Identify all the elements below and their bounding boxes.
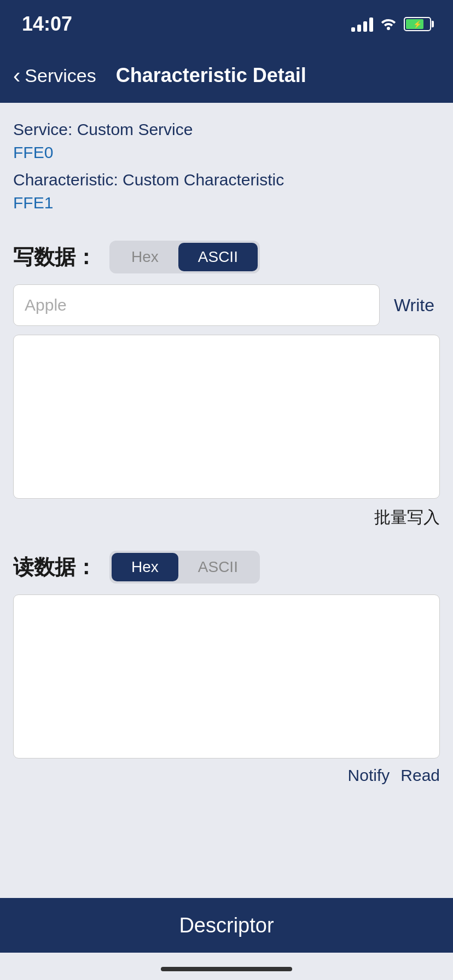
service-uuid: FFE0 <box>13 141 440 164</box>
back-label: Services <box>25 65 96 86</box>
home-indicator <box>161 967 292 971</box>
nav-bar: ‹ Services Characteristic Detail <box>0 48 453 103</box>
back-button[interactable]: ‹ Services <box>13 60 96 91</box>
status-icons: ⚡ <box>351 15 431 34</box>
status-bar: 14:07 ⚡ <box>0 0 453 48</box>
wifi-icon <box>380 15 397 34</box>
read-button[interactable]: Read <box>400 766 440 785</box>
service-info: Service: Custom Service FFE0 Characteris… <box>13 118 440 230</box>
battery-icon: ⚡ <box>404 17 431 31</box>
notify-read-row: Notify Read <box>13 766 440 796</box>
write-ascii-button[interactable]: ASCII <box>178 243 258 271</box>
write-section: 写数据： Hex ASCII Write 批量写入 <box>13 230 440 540</box>
back-arrow-icon: ‹ <box>13 65 20 86</box>
read-hex-button[interactable]: Hex <box>112 553 178 581</box>
write-button[interactable]: Write <box>388 295 440 316</box>
write-textarea[interactable] <box>13 335 440 499</box>
write-label: 写数据： <box>13 243 96 271</box>
write-hex-button[interactable]: Hex <box>112 243 178 271</box>
signal-icon <box>351 16 373 32</box>
read-label: 读数据： <box>13 553 96 581</box>
char-uuid: FFE1 <box>13 191 440 214</box>
write-toggle-group: Hex ASCII <box>109 241 260 273</box>
write-input-row: Write <box>13 284 440 326</box>
status-time: 14:07 <box>22 13 72 36</box>
descriptor-button[interactable]: Descriptor <box>0 898 453 953</box>
char-label: Characteristic: Custom Characteristic <box>13 168 440 191</box>
bulk-write-row: 批量写入 <box>13 506 440 540</box>
read-section: 读数据： Hex ASCII Notify Read <box>13 540 440 796</box>
read-toggle-group: Hex ASCII <box>109 551 260 584</box>
bulk-write-button[interactable]: 批量写入 <box>374 506 440 529</box>
service-label: Service: Custom Service <box>13 118 440 141</box>
write-section-header: 写数据： Hex ASCII <box>13 241 440 273</box>
notify-button[interactable]: Notify <box>348 766 390 785</box>
write-input[interactable] <box>13 284 380 326</box>
content-area: Service: Custom Service FFE0 Characteris… <box>0 103 453 811</box>
read-textarea[interactable] <box>13 594 440 759</box>
descriptor-label: Descriptor <box>179 914 274 937</box>
read-section-header: 读数据： Hex ASCII <box>13 551 440 584</box>
page-title: Characteristic Detail <box>116 64 306 87</box>
read-ascii-button[interactable]: ASCII <box>178 553 258 581</box>
